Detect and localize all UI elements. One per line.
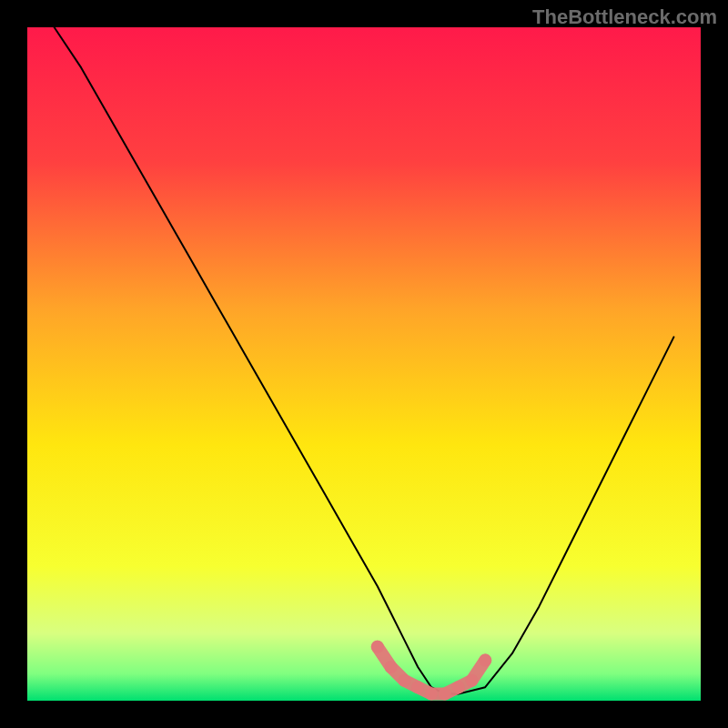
svg-point-7 [452, 681, 465, 693]
svg-point-1 [371, 641, 384, 653]
watermark-text: TheBottleneck.com [532, 5, 717, 29]
svg-point-3 [398, 674, 410, 687]
svg-rect-0 [27, 27, 701, 701]
svg-point-8 [465, 674, 478, 687]
bottleneck-chart [0, 0, 728, 728]
svg-point-9 [479, 654, 491, 667]
svg-point-2 [385, 661, 398, 673]
svg-point-6 [439, 688, 451, 701]
svg-point-5 [425, 688, 438, 701]
svg-point-4 [411, 681, 424, 693]
chart-container: TheBottleneck.com [0, 0, 728, 728]
